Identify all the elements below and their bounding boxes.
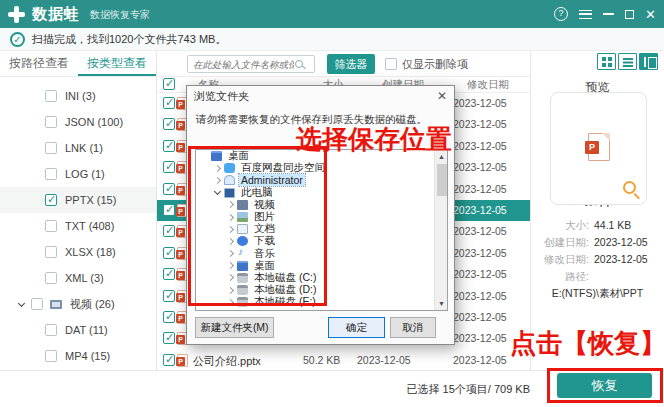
sidebar-item[interactable]: XLSX (18) [0, 239, 156, 265]
row-checkbox[interactable] [163, 183, 175, 195]
tree-item[interactable]: 本地磁盘 (C:) [196, 272, 447, 284]
row-checkbox[interactable] [163, 247, 175, 259]
checkbox[interactable] [45, 220, 57, 232]
new-folder-button[interactable]: 新建文件夹(M) [195, 317, 274, 338]
sidebar-item-label: DAT (11) [65, 324, 108, 336]
scroll-down-icon[interactable]: ▼ [435, 297, 448, 310]
tree-item[interactable]: 本地磁盘 (E:) [196, 296, 447, 308]
tree-item[interactable]: 百度网盘同步空间 [196, 162, 447, 174]
sidebar-item[interactable]: XML (3) [0, 265, 156, 291]
row-checkbox[interactable] [163, 204, 175, 216]
sidebar-item[interactable]: TXT (408) [0, 213, 156, 239]
checkbox[interactable] [45, 246, 57, 258]
help-icon[interactable]: ? [554, 7, 568, 21]
detail-view-icon[interactable] [639, 53, 658, 70]
sidebar-item[interactable]: INI (3) [0, 83, 156, 109]
chevron-right-icon[interactable] [226, 273, 235, 282]
grid-view-icon[interactable] [597, 53, 616, 70]
chevron-down-icon[interactable] [17, 300, 26, 309]
maximize-icon[interactable] [625, 10, 634, 19]
chevron-right-icon [200, 152, 209, 161]
chevron-right-icon[interactable] [226, 249, 235, 258]
zoom-preview-icon[interactable] [623, 181, 636, 194]
sidebar-item-label: MP4 (15) [65, 350, 110, 362]
checkbox[interactable] [45, 350, 57, 362]
checkbox[interactable] [45, 272, 57, 284]
tab-view-by-path[interactable]: 按路径查看 [0, 51, 78, 76]
filter-button[interactable]: 筛选器 [327, 54, 375, 74]
chevron-right-icon[interactable] [226, 261, 235, 270]
search-input[interactable] [188, 59, 294, 70]
chevron-right-icon[interactable] [226, 213, 235, 222]
tree-item[interactable]: Administrator [196, 174, 447, 186]
minimize-icon[interactable] [603, 13, 614, 15]
ok-button[interactable]: 确定 [328, 317, 385, 338]
row-checkbox[interactable] [163, 290, 175, 302]
checkbox[interactable] [45, 142, 57, 154]
row-checkbox[interactable] [163, 118, 175, 130]
tree-item[interactable]: 视频 [196, 199, 447, 211]
row-checkbox[interactable] [163, 268, 175, 280]
row-checkbox[interactable] [163, 225, 175, 237]
row-checkbox[interactable] [163, 97, 175, 109]
sidebar-item[interactable]: JSON (100) [0, 109, 156, 135]
checkbox[interactable] [31, 298, 43, 310]
app-name: 数据蛙 [32, 5, 80, 24]
search-box[interactable] [187, 55, 315, 73]
recover-button[interactable]: 恢复 [557, 373, 652, 398]
tree-item[interactable]: 桌面 [196, 260, 447, 272]
sidebar: 按路径查看 按类型查看 INI (3)JSON (100)LNK (1)LOG … [0, 51, 157, 370]
app-logo-icon [8, 6, 25, 23]
tree-item[interactable]: 本地磁盘 (D:) [196, 284, 447, 296]
chevron-right-icon[interactable] [226, 225, 235, 234]
chevron-right-icon[interactable] [213, 164, 222, 173]
tree-item[interactable]: 音乐 [196, 248, 447, 260]
checkbox[interactable] [45, 90, 57, 102]
tab-view-by-type[interactable]: 按类型查看 [78, 51, 156, 76]
tree-item[interactable]: 此电脑 [196, 187, 447, 199]
chevron-down-icon[interactable] [213, 188, 222, 197]
checkbox[interactable] [45, 194, 57, 206]
sidebar-item[interactable]: LOG (1) [0, 161, 156, 187]
sidebar-item[interactable]: 视频 (26) [0, 291, 156, 317]
tree-item[interactable]: 图片 [196, 211, 447, 223]
file-type-list: INI (3)JSON (100)LNK (1)LOG (1)PPTX (15)… [0, 77, 156, 369]
row-checkbox[interactable] [163, 354, 175, 366]
pptx-file-icon [588, 133, 610, 161]
tree-scrollbar[interactable]: ▲ ▼ [434, 150, 447, 310]
cancel-button[interactable]: 取消 [390, 317, 436, 338]
chevron-right-icon[interactable] [226, 298, 235, 307]
chevron-right-icon[interactable] [213, 176, 222, 185]
scroll-thumb[interactable] [437, 164, 447, 196]
close-icon[interactable]: ✕ [645, 8, 656, 21]
chevron-right-icon[interactable] [226, 286, 235, 295]
sidebar-item[interactable]: MP4 (15) [0, 343, 156, 369]
tree-item[interactable]: 下载 [196, 235, 447, 247]
select-all-checkbox[interactable] [163, 78, 175, 90]
detail-row: 创建日期:2023-12-05 [531, 234, 664, 251]
list-view-icon[interactable] [618, 53, 637, 70]
chevron-right-icon[interactable] [226, 200, 235, 209]
show-deleted-only-checkbox[interactable] [385, 58, 397, 70]
checkbox[interactable] [45, 324, 57, 336]
scan-complete-check-icon: ✓ [10, 32, 25, 47]
sidebar-item-label: INI (3) [65, 90, 96, 102]
sidebar-item[interactable]: LNK (1) [0, 135, 156, 161]
menu-icon[interactable] [579, 10, 592, 19]
disk-icon [237, 273, 248, 283]
row-checkbox[interactable] [163, 332, 175, 344]
sidebar-item[interactable]: DAT (11) [0, 317, 156, 343]
sidebar-item-label: 视频 (26) [70, 297, 115, 312]
tree-item[interactable]: 文档 [196, 223, 447, 235]
desktop-folder-icon [237, 261, 248, 271]
sidebar-item[interactable]: PPTX (15) [0, 187, 156, 213]
row-checkbox[interactable] [163, 161, 175, 173]
checkbox[interactable] [45, 116, 57, 128]
row-checkbox[interactable] [163, 311, 175, 323]
checkbox[interactable] [45, 168, 57, 180]
column-header-modified[interactable]: 修改日期 [453, 78, 523, 92]
row-checkbox[interactable] [163, 140, 175, 152]
table-row[interactable]: 公司介绍.pptx50.2 KB2023-12-052023-12-05 [157, 350, 530, 371]
dialog-close-icon[interactable]: ✕ [437, 89, 447, 103]
chevron-right-icon[interactable] [226, 237, 235, 246]
